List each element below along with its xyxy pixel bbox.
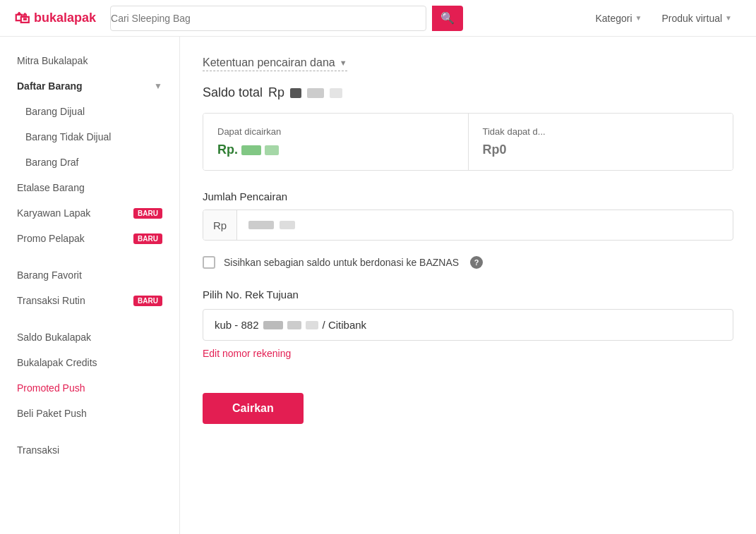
- card-dapat-dicairkan: Dapat dicairkan Rp.: [203, 114, 468, 170]
- search-wrapper: 🔍: [110, 6, 463, 31]
- logo-icon: 🛍: [14, 9, 30, 28]
- rp-prefix: Rp: [203, 210, 237, 240]
- kategori-label: Kategori: [595, 13, 632, 24]
- sidebar-item-mitra[interactable]: Mitra Bukalapak: [0, 48, 179, 73]
- main-content: Ketentuan pencairan dana ▼ Saldo total R…: [180, 37, 756, 534]
- help-icon[interactable]: ?: [470, 256, 483, 269]
- card-green-blur-1: [241, 145, 261, 155]
- transaksi-rutin-badge: BARU: [133, 296, 162, 306]
- sidebar-item-promoted-push[interactable]: Promoted Push: [0, 375, 179, 401]
- search-container: [110, 6, 426, 31]
- rek-blur-3: [306, 321, 318, 329]
- saldo-value-blur-2: [307, 88, 324, 98]
- karyawan-badge: BARU: [133, 208, 162, 219]
- sidebar-item-transaksi-rutin[interactable]: Transaksi Rutin BARU: [0, 288, 179, 313]
- checkbox-baznas-row: Sisihkan sebagian saldo untuk berdonasi …: [203, 256, 733, 269]
- card-rp-blur: Rp.: [217, 142, 454, 157]
- sidebar-item-etalase[interactable]: Etalase Barang: [0, 175, 179, 200]
- sidebar-divider-1: [0, 251, 179, 262]
- sidebar-item-beli-paket-push[interactable]: Beli Paket Push: [0, 401, 179, 426]
- jumlah-blur-1: [248, 221, 274, 229]
- header: 🛍 bukalapak 🔍 Kategori ▼ Produk virtual …: [0, 0, 756, 37]
- jumlah-input-wrapper: Rp: [203, 210, 733, 241]
- rek-blur-1: [263, 321, 283, 329]
- cairkan-button[interactable]: Cairkan: [203, 393, 304, 424]
- sidebar-item-barang-favorit-label: Barang Favorit: [17, 269, 82, 281]
- promo-left: Promo Pelapak: [17, 233, 85, 244]
- checkbox-baznas-label: Sisihkan sebagian saldo untuk berdonasi …: [224, 257, 459, 268]
- daftar-barang-chevron-icon: ▼: [154, 81, 162, 91]
- saldo-label: Saldo total: [203, 85, 263, 100]
- sidebar-item-saldo[interactable]: Saldo Bukalapak: [0, 324, 179, 350]
- sidebar-item-promoted-push-label: Promoted Push: [17, 382, 85, 394]
- dropdown-ketentuan[interactable]: Ketentuan pencairan dana ▼: [203, 56, 347, 71]
- sidebar-item-karyawan-label: Karyawan Lapak: [17, 207, 90, 219]
- kategori-chevron-icon: ▼: [635, 14, 642, 22]
- karyawan-left: Karyawan Lapak: [17, 207, 90, 219]
- logo-text: bukalapak: [34, 11, 96, 25]
- jumlah-label: Jumlah Pencairan: [203, 190, 733, 202]
- jumlah-blur-2: [280, 221, 295, 229]
- card-dapat-label: Dapat dicairkan: [217, 126, 454, 137]
- rek-box: kub - 882 / Citibank: [203, 309, 733, 341]
- checkbox-baznas[interactable]: [203, 256, 215, 269]
- sidebar-item-barang-tidak-dijual[interactable]: Barang Tidak Dijual: [0, 124, 179, 150]
- sidebar-divider-3: [0, 426, 179, 437]
- layout: Mitra Bukalapak Daftar Barang ▼ Barang D…: [0, 37, 756, 534]
- sidebar-item-credits[interactable]: Bukalapak Credits: [0, 350, 179, 375]
- produk-virtual-chevron-icon: ▼: [725, 14, 732, 22]
- sidebar-item-transaksi[interactable]: Transaksi: [0, 437, 179, 463]
- edit-nomor-rekening-link[interactable]: Edit nomor rekening: [203, 348, 291, 359]
- search-input[interactable]: [111, 13, 426, 24]
- jumlah-input-value[interactable]: [237, 221, 306, 229]
- rek-blur-2: [287, 321, 301, 329]
- sidebar-item-karyawan[interactable]: Karyawan Lapak BARU: [0, 200, 179, 226]
- sidebar-item-barang-dijual[interactable]: Barang Dijual: [0, 99, 179, 124]
- sidebar-item-saldo-label: Saldo Bukalapak: [17, 332, 91, 343]
- rek-section-label: Pilih No. Rek Tujuan: [203, 289, 733, 301]
- sidebar-item-mitra-label: Mitra Bukalapak: [17, 55, 88, 66]
- sidebar-item-transaksi-rutin-label: Transaksi Rutin: [17, 295, 85, 306]
- sidebar-item-etalase-label: Etalase Barang: [17, 182, 85, 193]
- sidebar-item-barang-favorit[interactable]: Barang Favorit: [0, 262, 179, 288]
- promo-badge: BARU: [133, 233, 162, 244]
- dropdown-chevron-icon: ▼: [340, 59, 347, 67]
- sidebar-item-barang-draf-label: Barang Draf: [25, 157, 78, 168]
- card-tidak-dapat: Tidak dapat d... Rp0: [468, 114, 733, 170]
- produk-virtual-nav-btn[interactable]: Produk virtual ▼: [652, 0, 743, 37]
- dropdown-ketentuan-label: Ketentuan pencairan dana: [203, 56, 335, 69]
- sidebar-item-barang-draf[interactable]: Barang Draf: [0, 150, 179, 175]
- saldo-total: Saldo total Rp: [203, 85, 733, 100]
- logo[interactable]: 🛍 bukalapak: [14, 9, 96, 28]
- card-tidak-label: Tidak dapat d...: [483, 126, 719, 137]
- card-dapat-value: Rp.: [217, 142, 454, 157]
- transaksi-rutin-left: Transaksi Rutin: [17, 295, 85, 306]
- produk-virtual-label: Produk virtual: [662, 13, 723, 24]
- saldo-value-blur-1: [290, 88, 301, 98]
- saldo-value-blur-3: [330, 88, 342, 98]
- sidebar-divider-2: [0, 313, 179, 324]
- sidebar-item-credits-label: Bukalapak Credits: [17, 357, 97, 368]
- sidebar-item-barang-tidak-dijual-label: Barang Tidak Dijual: [25, 131, 111, 142]
- sidebar: Mitra Bukalapak Daftar Barang ▼ Barang D…: [0, 37, 180, 534]
- sidebar-item-beli-paket-push-label: Beli Paket Push: [17, 408, 87, 419]
- cards-row: Dapat dicairkan Rp. Tidak dapat d... Rp0: [203, 113, 733, 171]
- kategori-nav-btn[interactable]: Kategori ▼: [585, 0, 652, 37]
- rek-prefix: kub - 882: [215, 319, 259, 331]
- sidebar-item-daftar-barang[interactable]: Daftar Barang ▼: [0, 73, 179, 99]
- search-button[interactable]: 🔍: [432, 6, 463, 31]
- card-tidak-value: Rp0: [483, 142, 719, 157]
- nav-items: Kategori ▼ Produk virtual ▼: [585, 0, 742, 37]
- card-green-blur-2: [265, 145, 279, 155]
- card-rp-prefix: Rp.: [217, 142, 238, 157]
- sidebar-item-transaksi-label: Transaksi: [17, 444, 59, 456]
- search-icon: 🔍: [440, 11, 455, 25]
- sidebar-item-promo[interactable]: Promo Pelapak BARU: [0, 226, 179, 251]
- content-area: Ketentuan pencairan dana ▼ Saldo total R…: [180, 37, 756, 534]
- sidebar-item-promo-label: Promo Pelapak: [17, 233, 85, 244]
- sidebar-item-daftar-barang-label: Daftar Barang: [17, 80, 83, 92]
- saldo-prefix: Rp: [268, 85, 284, 100]
- rek-bank: / Citibank: [323, 319, 367, 331]
- sidebar-item-barang-dijual-label: Barang Dijual: [25, 106, 85, 117]
